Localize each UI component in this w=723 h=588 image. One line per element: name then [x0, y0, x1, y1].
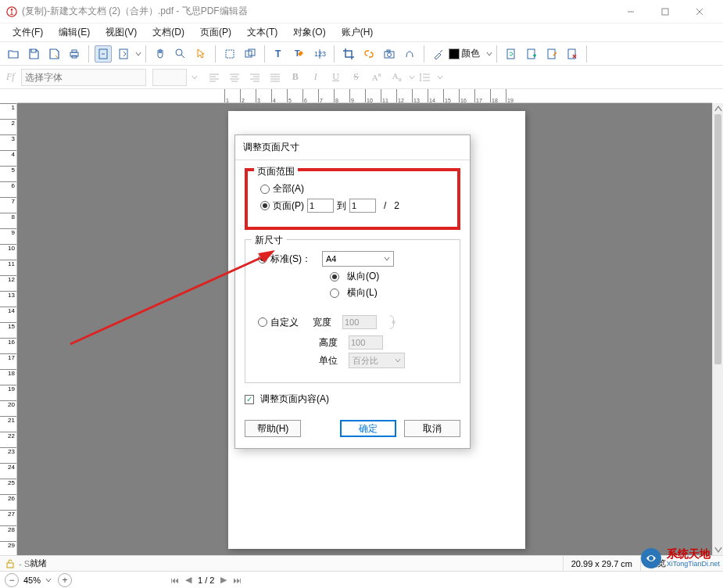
- camera-icon[interactable]: [381, 45, 398, 63]
- color-swatch[interactable]: [449, 48, 460, 59]
- save-icon[interactable]: [25, 45, 42, 63]
- label-width: 宽度: [313, 316, 339, 329]
- radio-custom-size[interactable]: [258, 317, 267, 327]
- label-standard: 标准(S)：: [270, 253, 319, 266]
- next-page-button[interactable]: ▶: [220, 575, 227, 585]
- bold-icon[interactable]: B: [287, 69, 304, 86]
- align-left-icon[interactable]: [206, 69, 223, 86]
- align-center-icon[interactable]: [226, 69, 243, 86]
- font-family-input[interactable]: [21, 69, 146, 86]
- page-from-input[interactable]: [307, 199, 334, 213]
- pointer-icon[interactable]: [192, 45, 209, 63]
- last-page-button[interactable]: ⏭: [233, 575, 242, 585]
- scrollbar-thumb[interactable]: [714, 114, 721, 364]
- link-icon[interactable]: [360, 45, 378, 63]
- prev-page-button[interactable]: ◀: [185, 575, 191, 585]
- shape-icon[interactable]: [401, 45, 418, 63]
- page-to-input[interactable]: [349, 199, 376, 213]
- radio-portrait[interactable]: [330, 272, 339, 281]
- maximize-button[interactable]: [648, 1, 682, 23]
- text-icon[interactable]: T: [270, 45, 288, 63]
- underline-icon[interactable]: U: [327, 69, 345, 86]
- menu-text[interactable]: 文本(T): [239, 23, 285, 41]
- close-button[interactable]: [682, 1, 717, 23]
- doc-refresh-icon[interactable]: [503, 45, 520, 63]
- menubar: 文件(F) 编辑(E) 视图(V) 文档(D) 页面(P) 文本(T) 对象(O…: [0, 23, 723, 42]
- watermark: 系统天地 XiTongTianDi.net: [640, 547, 720, 569]
- radio-page-range[interactable]: [260, 201, 270, 210]
- help-button[interactable]: 帮助(H): [245, 420, 301, 437]
- doc-add-icon[interactable]: [523, 45, 540, 63]
- zoom-in-button[interactable]: +: [58, 573, 72, 587]
- menu-file[interactable]: 文件(F): [5, 23, 51, 41]
- zoom-out-button[interactable]: −: [5, 573, 19, 587]
- status-prefix: - S: [19, 559, 30, 568]
- window-controls: [614, 1, 717, 23]
- scroll-up-icon[interactable]: [713, 103, 723, 114]
- scrollbar-vertical[interactable]: [712, 103, 723, 555]
- svg-rect-22: [387, 50, 390, 52]
- radio-landscape[interactable]: [330, 289, 339, 298]
- width-input[interactable]: [342, 315, 377, 329]
- font-size-input[interactable]: [152, 69, 187, 86]
- select-mode-icon[interactable]: [95, 45, 112, 63]
- strikethrough-icon[interactable]: S: [348, 69, 365, 86]
- radio-standard-size[interactable]: [258, 254, 267, 264]
- format-toolbar: Ff B I U S Aa Aa: [0, 66, 723, 89]
- link-dimensions-icon[interactable]: [386, 312, 399, 332]
- menu-account[interactable]: 账户(H): [334, 23, 381, 41]
- statusbar: - S 就绪 20.99 x 29.7 cm 预览: [0, 555, 723, 571]
- subscript-icon[interactable]: Aa: [388, 69, 406, 86]
- doc-export-icon[interactable]: [543, 45, 560, 63]
- text-edit-icon[interactable]: T: [291, 45, 308, 63]
- ok-button[interactable]: 确定: [340, 420, 396, 437]
- menu-page[interactable]: 页面(P): [192, 23, 239, 41]
- superscript-icon[interactable]: Aa: [368, 69, 385, 86]
- label-slash: /: [384, 200, 386, 211]
- radio-all-pages[interactable]: [260, 185, 270, 194]
- label-total-pages: 2: [394, 200, 399, 211]
- titlebar: (复制)-新建文本文档 (2)（合并）.pdf - 飞思PDF编辑器: [0, 0, 723, 23]
- height-input[interactable]: [349, 335, 383, 350]
- paper-size-select[interactable]: A4: [322, 251, 394, 267]
- svg-point-1: [11, 9, 13, 11]
- menu-view[interactable]: 视图(V): [98, 23, 145, 41]
- menu-document[interactable]: 文档(D): [145, 23, 192, 41]
- chevron-down-icon[interactable]: [486, 51, 492, 57]
- checkbox-adjust-content[interactable]: [245, 395, 254, 404]
- cancel-button[interactable]: 取消: [404, 420, 460, 437]
- align-justify-icon[interactable]: [267, 69, 284, 86]
- dialog-title: 调整页面尺寸: [235, 135, 470, 160]
- page-mode-icon[interactable]: [115, 45, 132, 63]
- text-cursor-icon[interactable]: 123: [311, 45, 328, 63]
- unit-select[interactable]: 百分比: [349, 353, 405, 368]
- eyedropper-icon[interactable]: [430, 45, 447, 63]
- chevron-down-icon[interactable]: [191, 74, 198, 81]
- minimize-button[interactable]: [614, 1, 648, 23]
- crop-icon[interactable]: [340, 45, 357, 63]
- chevron-down-icon[interactable]: [409, 74, 415, 81]
- svg-rect-23: [507, 49, 514, 59]
- chevron-down-icon[interactable]: [45, 577, 52, 583]
- save-as-icon[interactable]: [45, 45, 63, 63]
- object-select-icon[interactable]: [242, 45, 259, 63]
- zoom-icon[interactable]: [172, 45, 189, 63]
- line-spacing-icon[interactable]: [417, 69, 434, 86]
- menu-edit[interactable]: 编辑(E): [51, 23, 98, 41]
- hand-icon[interactable]: [152, 45, 169, 63]
- chevron-down-icon[interactable]: [135, 51, 141, 57]
- align-right-icon[interactable]: [246, 69, 263, 86]
- menu-object[interactable]: 对象(O): [285, 23, 333, 41]
- italic-icon[interactable]: I: [307, 69, 324, 86]
- zoom-value: 45%: [23, 575, 41, 585]
- status-dimensions: 20.99 x 29.7 cm: [563, 556, 640, 571]
- first-page-button[interactable]: ⏮: [170, 575, 179, 585]
- print-icon[interactable]: [66, 45, 83, 63]
- svg-text:T: T: [275, 48, 281, 59]
- svg-rect-25: [548, 49, 555, 59]
- select-rect-icon[interactable]: [221, 45, 238, 63]
- chevron-down-icon[interactable]: [437, 74, 443, 81]
- doc-remove-icon[interactable]: [564, 45, 581, 63]
- open-icon[interactable]: [5, 45, 22, 63]
- label-all-pages: 全部(A): [273, 182, 304, 195]
